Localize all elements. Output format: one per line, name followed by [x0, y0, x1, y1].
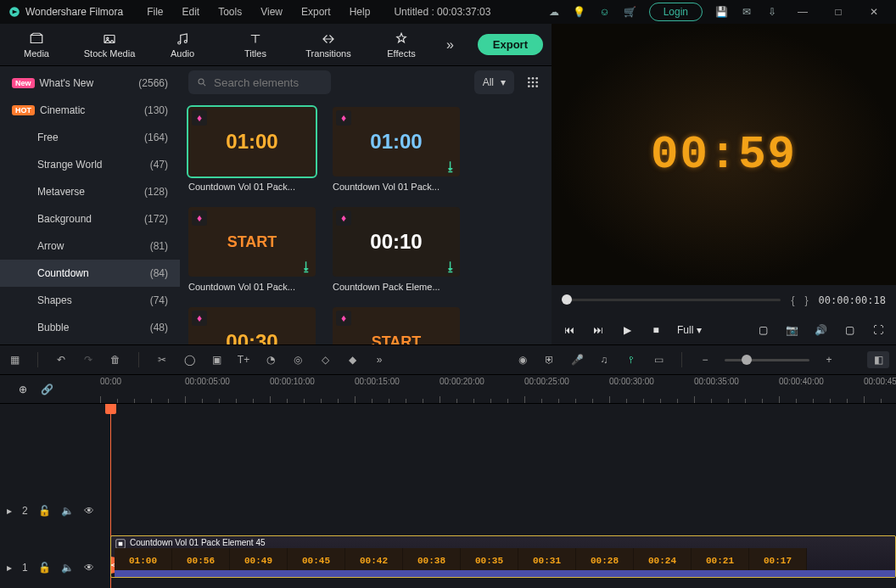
- mute-icon[interactable]: 🔈: [61, 505, 74, 517]
- download-icon[interactable]: ⭳: [445, 160, 456, 173]
- menu-file[interactable]: File: [138, 3, 171, 21]
- window-close[interactable]: ✕: [862, 3, 886, 21]
- preview-progress[interactable]: [562, 299, 781, 301]
- timeline-clip[interactable]: ✂ Countdown Vol 01 Pack Element 45 01:00…: [110, 535, 896, 578]
- tab-effects[interactable]: Effects: [373, 31, 429, 59]
- prev-frame-button[interactable]: ⏮: [562, 322, 577, 338]
- redo-button[interactable]: ↷: [81, 352, 96, 367]
- track-toggle-icon[interactable]: ▸: [7, 562, 12, 574]
- tree-item[interactable]: HOTCinematic(130): [0, 97, 180, 124]
- element-card[interactable]: ♦00:30⭳: [188, 307, 324, 344]
- track-header-2[interactable]: ▸2 🔓 🔈 👁: [0, 497, 100, 524]
- zoom-mode[interactable]: Full▾: [677, 324, 702, 336]
- snapshot-icon[interactable]: 📷: [784, 322, 799, 338]
- idea-icon[interactable]: 💡: [573, 5, 586, 19]
- menu-help[interactable]: Help: [341, 3, 379, 21]
- search-input[interactable]: [214, 76, 322, 89]
- window-maximize[interactable]: □: [826, 3, 850, 21]
- mute-icon[interactable]: 🔈: [61, 562, 74, 574]
- fullscreen-icon[interactable]: ⛶: [871, 322, 886, 338]
- tree-item[interactable]: Background(172): [0, 205, 180, 232]
- element-card[interactable]: ♦01:00Countdown Vol 01 Pack...: [188, 107, 324, 192]
- tree-item[interactable]: Free(164): [0, 124, 180, 151]
- element-card[interactable]: ♦START⭳: [333, 307, 468, 344]
- lock-icon[interactable]: 🔓: [38, 562, 51, 574]
- download-icon[interactable]: ⇩: [765, 5, 779, 19]
- tab-media[interactable]: Media: [8, 31, 64, 59]
- category-tree[interactable]: NewWhat's New(2566)HOTCinematic(130)Free…: [0, 66, 180, 344]
- tab-audio[interactable]: Audio: [154, 31, 210, 59]
- menu-tools[interactable]: Tools: [210, 3, 250, 21]
- export-button[interactable]: Export: [478, 34, 543, 55]
- menu-edit[interactable]: Edit: [174, 3, 209, 21]
- color-icon[interactable]: ◎: [290, 352, 305, 367]
- track-toggle-icon[interactable]: ▸: [7, 505, 12, 517]
- fit-icon[interactable]: ▭: [651, 352, 666, 367]
- tree-item[interactable]: Arrow(81): [0, 232, 180, 260]
- crop-icon[interactable]: ▣: [209, 352, 224, 367]
- next-frame-button[interactable]: ⏭: [591, 322, 606, 338]
- layout-icon[interactable]: ▦: [7, 352, 22, 367]
- element-card[interactable]: ♦START⭳Countdown Vol 01 Pack...: [188, 207, 324, 292]
- tree-item[interactable]: Strange World(47): [0, 151, 180, 178]
- save-icon[interactable]: 💾: [714, 5, 728, 19]
- ruler-link-icon[interactable]: 🔗: [41, 384, 53, 395]
- search-box[interactable]: [188, 70, 331, 94]
- preview-canvas[interactable]: 00:59: [552, 24, 896, 285]
- zoom-in-icon[interactable]: +: [821, 352, 837, 367]
- download-icon[interactable]: ⭳: [445, 260, 456, 273]
- stop-button[interactable]: ■: [648, 322, 664, 338]
- delete-button[interactable]: 🗑: [108, 352, 123, 367]
- filter-dropdown[interactable]: All▾: [474, 70, 514, 94]
- window-minimize[interactable]: —: [791, 3, 815, 21]
- element-card[interactable]: ♦00:10⭳Countdown Pack Eleme...: [333, 207, 468, 292]
- menu-view[interactable]: View: [252, 3, 291, 21]
- timeline-tracks[interactable]: ▸2 🔓 🔈 👁 ▸1 🔓 🔈 👁 ✂ Countdown Vol 01 Pac…: [0, 404, 896, 588]
- menu-export[interactable]: Export: [293, 3, 339, 21]
- speed-icon[interactable]: ◔: [263, 352, 278, 367]
- undo-button[interactable]: ↶: [53, 352, 69, 367]
- two-pane-icon[interactable]: ◧: [867, 351, 889, 368]
- mail-icon[interactable]: ✉: [740, 5, 753, 19]
- mark-in-icon[interactable]: {: [791, 294, 794, 306]
- tab-titles[interactable]: Titles: [227, 31, 283, 59]
- render-icon[interactable]: ▢: [842, 322, 857, 338]
- more-tools-icon[interactable]: »: [372, 352, 387, 367]
- volume-icon[interactable]: 🔊: [813, 322, 828, 338]
- marker-icon[interactable]: ◉: [515, 352, 530, 367]
- keyframe-icon[interactable]: ◇: [317, 352, 333, 367]
- voiceover-icon[interactable]: 🎤: [569, 352, 585, 367]
- support-icon[interactable]: ⎉: [598, 5, 612, 19]
- element-card[interactable]: ♦01:00⭳Countdown Vol 01 Pack...: [333, 107, 468, 192]
- tree-item[interactable]: Metaverse(128): [0, 178, 180, 205]
- tree-item[interactable]: Countdown(84): [0, 260, 180, 287]
- tag-icon[interactable]: ◯: [182, 352, 197, 367]
- magnet-icon[interactable]: ⫯: [624, 352, 639, 367]
- mixer-icon[interactable]: ♫: [596, 352, 612, 367]
- eye-icon[interactable]: 👁: [84, 562, 94, 574]
- element-grid[interactable]: ♦01:00Countdown Vol 01 Pack...♦01:00⭳Cou…: [180, 98, 552, 344]
- cart-icon[interactable]: 🛒: [624, 5, 637, 19]
- split-icon[interactable]: ✂: [154, 352, 170, 367]
- cloud-icon[interactable]: ☁: [547, 5, 561, 19]
- ruler-add-icon[interactable]: ⊕: [19, 384, 27, 395]
- timeline-ruler[interactable]: ⊕ 🔗 00:0000:00:05:0000:00:10:0000:00:15:…: [0, 375, 896, 404]
- play-button[interactable]: ▶: [619, 322, 635, 338]
- eye-icon[interactable]: 👁: [84, 505, 94, 517]
- tab-transitions[interactable]: Transitions: [300, 31, 356, 59]
- login-button[interactable]: Login: [649, 3, 703, 21]
- tree-item[interactable]: Shapes(74): [0, 287, 180, 314]
- tree-item[interactable]: Bubble(48): [0, 314, 180, 341]
- tab-stock-media[interactable]: Stock Media: [81, 31, 137, 59]
- shield-icon[interactable]: ⛨: [542, 352, 557, 367]
- download-icon[interactable]: ⭳: [300, 260, 312, 273]
- text-icon[interactable]: T+: [236, 352, 251, 367]
- zoom-out-icon[interactable]: −: [697, 352, 713, 367]
- mark-out-icon[interactable]: }: [805, 294, 809, 306]
- tree-item[interactable]: NewWhat's New(2566): [0, 70, 180, 97]
- lock-icon[interactable]: 🔓: [38, 505, 51, 517]
- track-header-1[interactable]: ▸1 🔓 🔈 👁: [0, 554, 100, 581]
- display-settings-icon[interactable]: ▢: [755, 322, 770, 338]
- tabs-more-icon[interactable]: »: [446, 37, 454, 53]
- mask-icon[interactable]: ◆: [344, 352, 360, 367]
